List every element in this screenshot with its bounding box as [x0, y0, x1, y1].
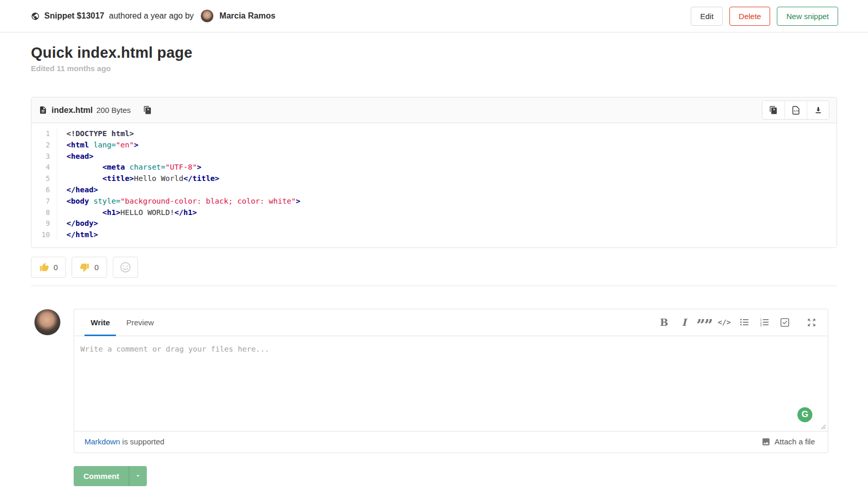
code-line: 4 <meta charset="UTF-8"> — [31, 162, 837, 173]
file-title-bar: index.html 200 Bytes </> — [31, 97, 837, 123]
download-icon[interactable] — [807, 101, 829, 119]
comment-submit-button[interactable]: Comment — [74, 466, 129, 486]
thumbs-down-icon — [80, 262, 90, 272]
line-number[interactable]: 3 — [31, 151, 57, 162]
attach-file-button[interactable]: Attach a file — [761, 437, 815, 446]
add-reaction-button[interactable] — [113, 257, 138, 278]
line-number[interactable]: 2 — [31, 140, 57, 151]
code-line-content: </body> — [57, 218, 98, 229]
snippet-id: Snippet $13017 — [44, 11, 105, 21]
caret-down-icon — [135, 473, 141, 479]
line-number[interactable]: 7 — [31, 196, 57, 207]
code-line: 9</body> — [31, 218, 837, 229]
markdown-toolbar: B I ”” </> 123 — [658, 309, 818, 336]
comment-editor-footer: Markdown is supported Attach a file — [74, 431, 828, 453]
code-line-content: </html> — [57, 229, 98, 241]
comment-split-button: Comment — [74, 466, 147, 486]
code-line: 1<!DOCTYPE html> — [31, 128, 837, 140]
code-line-content: <body style="background-color: black; co… — [57, 196, 300, 207]
code-line: 8 <h1>HELLO WORLD!</h1> — [31, 207, 837, 219]
thumbs-up-icon — [39, 262, 49, 272]
code-line-content: <html lang="en"> — [57, 140, 139, 151]
line-number[interactable]: 8 — [31, 207, 57, 219]
author-avatar[interactable] — [200, 9, 214, 23]
authored-text: authored a year ago by — [109, 11, 194, 21]
image-icon — [761, 437, 771, 446]
code-line-content: <title>Hello World</title> — [57, 173, 219, 185]
thumbs-up-button[interactable]: 0 — [31, 257, 66, 278]
code-line-content: <head> — [57, 151, 93, 162]
code-line-content: <!DOCTYPE html> — [57, 128, 134, 140]
comment-editor-header: Write Preview B I ”” </> 123 — [74, 309, 828, 336]
section-divider — [31, 286, 837, 286]
delete-button[interactable]: Delete — [729, 7, 770, 26]
line-number[interactable]: 5 — [31, 173, 57, 185]
line-number[interactable]: 10 — [31, 229, 57, 241]
copy-contents-icon[interactable] — [762, 101, 785, 119]
snippet-header-bar: Snippet $13017 authored a year ago by Ma… — [0, 0, 868, 32]
quote-icon[interactable]: ”” — [698, 316, 710, 328]
code-icon[interactable]: </> — [718, 316, 730, 328]
tab-write[interactable]: Write — [84, 309, 116, 336]
code-line-content: </head> — [57, 185, 98, 196]
file-name: index.html — [52, 106, 93, 115]
fullscreen-icon[interactable] — [805, 316, 818, 328]
page-title: Quick index.html page — [31, 44, 837, 61]
attach-file-label: Attach a file — [775, 437, 815, 446]
code-line: 2<html lang="en"> — [31, 140, 837, 151]
bold-icon[interactable]: B — [658, 316, 670, 328]
line-number[interactable]: 4 — [31, 162, 57, 173]
code-line-content: <h1>HELLO WORLD!</h1> — [57, 207, 197, 219]
edit-button[interactable]: Edit — [691, 7, 723, 26]
raw-file-icon[interactable]: </> — [785, 101, 807, 119]
svg-text:</>: </> — [794, 109, 799, 112]
new-snippet-button[interactable]: New snippet — [777, 7, 838, 26]
edited-timestamp: Edited 11 months ago — [31, 64, 837, 73]
svg-text:3: 3 — [760, 324, 762, 327]
code-line: 5 <title>Hello World</title> — [31, 173, 837, 185]
award-emoji-row: 0 0 — [31, 257, 837, 278]
comment-input[interactable] — [74, 336, 828, 431]
code-lines: 1<!DOCTYPE html>2<html lang="en">3<head>… — [31, 128, 837, 241]
bullet-list-icon[interactable] — [738, 316, 751, 328]
thumbs-up-count: 0 — [54, 263, 58, 272]
smiley-icon — [120, 261, 131, 273]
code-line: 7<body style="background-color: black; c… — [31, 196, 837, 207]
comment-editor: Write Preview B I ”” </> 123 — [74, 309, 828, 453]
line-number[interactable]: 6 — [31, 185, 57, 196]
comment-options-dropdown[interactable] — [129, 466, 147, 486]
file-actions-group: </> — [762, 101, 829, 120]
thumbs-down-button[interactable]: 0 — [72, 257, 107, 278]
task-list-icon[interactable] — [778, 316, 791, 328]
code-viewer: 1<!DOCTYPE html>2<html lang="en">3<head>… — [31, 123, 837, 247]
line-number[interactable]: 9 — [31, 218, 57, 229]
numbered-list-icon[interactable]: 123 — [758, 316, 771, 328]
italic-icon[interactable]: I — [678, 316, 690, 328]
thumbs-down-count: 0 — [94, 263, 98, 272]
snippet-file-box: index.html 200 Bytes </> 1<!DOCTYPE html… — [31, 97, 837, 248]
markdown-link[interactable]: Markdown — [84, 437, 120, 446]
grammarly-icon[interactable]: G — [797, 407, 812, 422]
line-number[interactable]: 1 — [31, 128, 57, 140]
code-line: 3<head> — [31, 151, 837, 162]
file-size: 200 Bytes — [96, 106, 131, 114]
current-user-avatar — [34, 309, 61, 336]
resize-handle-icon[interactable] — [820, 424, 826, 429]
tab-preview[interactable]: Preview — [120, 309, 160, 336]
code-line-content: <meta charset="UTF-8"> — [57, 162, 201, 173]
author-name-link[interactable]: Marcia Ramos — [219, 11, 276, 21]
code-line: 6</head> — [31, 185, 837, 196]
copy-path-icon[interactable] — [142, 105, 153, 115]
code-line: 10</html> — [31, 229, 837, 241]
document-icon — [39, 106, 47, 114]
markdown-suffix: is supported — [120, 437, 164, 446]
globe-icon — [31, 12, 40, 21]
